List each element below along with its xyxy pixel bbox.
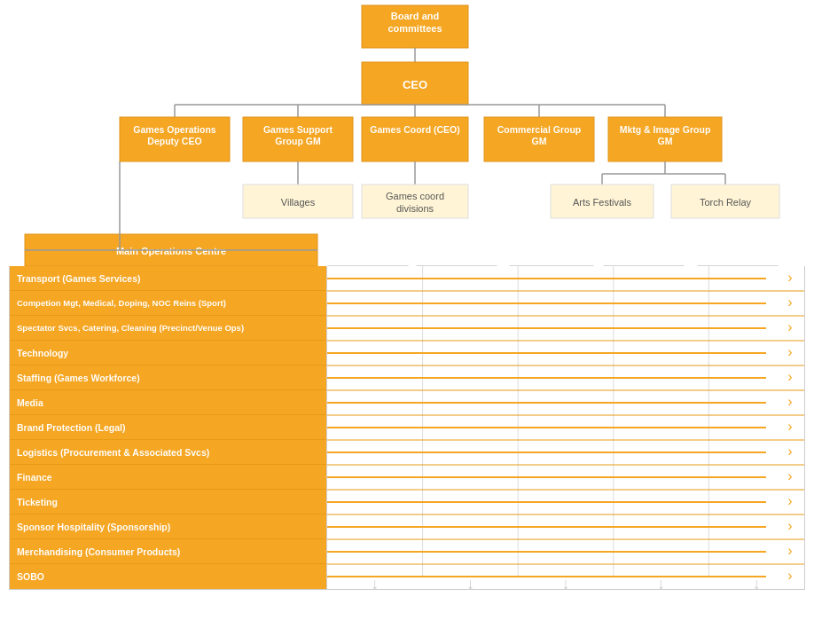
- svg-text:›: ›: [787, 468, 792, 483]
- functional-labels: Transport (Games Services) Competion Mgt…: [10, 266, 327, 589]
- svg-text:›: ›: [787, 270, 792, 285]
- func-label-sobo: SOBO: [10, 564, 326, 589]
- func-label-sponsor: Sponsor Hospitality (Sponsorship): [10, 514, 326, 539]
- svg-text:Games Coord (CEO): Games Coord (CEO): [370, 124, 460, 135]
- svg-text:Deputy CEO: Deputy CEO: [147, 136, 201, 146]
- functional-grid: › › › › › › ›: [327, 266, 804, 589]
- svg-text:›: ›: [787, 344, 792, 359]
- svg-text:›: ›: [787, 444, 792, 459]
- svg-text:Group GM: Group GM: [275, 136, 321, 146]
- svg-text:›: ›: [787, 394, 792, 409]
- svg-text:↓: ↓: [657, 575, 665, 589]
- svg-text:divisions: divisions: [396, 203, 434, 214]
- svg-text:›: ›: [787, 419, 792, 434]
- svg-text:GM: GM: [658, 136, 673, 146]
- func-label-merch: Merchandising (Consumer Products): [10, 539, 326, 564]
- org-chart-svg: Board and committees CEO Games Operation…: [0, 0, 814, 266]
- svg-text:Arts Festivals: Arts Festivals: [573, 197, 632, 208]
- svg-text:Torch Relay: Torch Relay: [700, 197, 752, 208]
- func-label-competition: Competion Mgt, Medical, Doping, NOC Rein…: [10, 291, 326, 316]
- func-label-media: Media: [10, 390, 326, 415]
- svg-text:›: ›: [787, 493, 792, 508]
- svg-text:›: ›: [787, 319, 792, 334]
- svg-text:↓: ↓: [753, 575, 761, 589]
- svg-text:›: ›: [787, 543, 792, 558]
- svg-text:Main Operations Centre: Main Operations Centre: [116, 246, 226, 256]
- svg-text:›: ›: [787, 568, 792, 583]
- svg-text:›: ›: [787, 369, 792, 384]
- func-label-brand: Brand Protection (Legal): [10, 415, 326, 440]
- svg-text:Games Operations: Games Operations: [133, 124, 216, 135]
- func-label-spectator: Spectator Svcs, Catering, Cleaning (Prec…: [10, 316, 326, 341]
- svg-text:Commercial Group: Commercial Group: [497, 124, 582, 135]
- svg-text:Games Support: Games Support: [263, 124, 333, 135]
- svg-text:committees: committees: [387, 23, 442, 34]
- func-label-transport: Transport (Games Services): [10, 266, 326, 291]
- svg-text:›: ›: [787, 295, 792, 310]
- svg-text:↓: ↓: [562, 575, 570, 589]
- func-label-logistics: Logistics (Procurement & Associated Svcs…: [10, 440, 326, 465]
- svg-text:Villages: Villages: [281, 197, 316, 208]
- func-label-finance: Finance: [10, 465, 326, 490]
- svg-text:›: ›: [787, 518, 792, 533]
- func-label-technology: Technology: [10, 341, 326, 365]
- svg-text:Board and: Board and: [391, 11, 439, 21]
- svg-text:↓: ↓: [371, 575, 379, 589]
- svg-text:Games coord: Games coord: [386, 191, 444, 201]
- svg-text:CEO: CEO: [403, 78, 427, 91]
- func-label-staffing: Staffing (Games Workforce): [10, 365, 326, 390]
- svg-text:GM: GM: [532, 136, 547, 146]
- grid-svg: › › › › › › ›: [327, 266, 804, 589]
- main-container: Board and committees CEO Games Operation…: [0, 0, 814, 590]
- svg-text:Mktg & Image Group: Mktg & Image Group: [620, 124, 711, 135]
- svg-text:↓: ↓: [466, 575, 474, 589]
- functional-section: Transport (Games Services) Competion Mgt…: [9, 266, 805, 590]
- func-label-ticketing: Ticketing: [10, 490, 326, 514]
